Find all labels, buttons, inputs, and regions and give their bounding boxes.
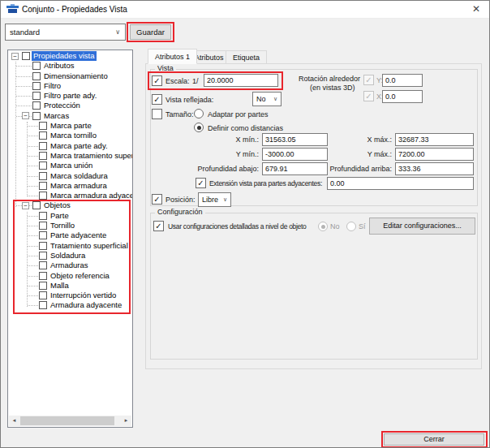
tree-item-label: Tratamiento superficial — [49, 241, 130, 251]
tree-item[interactable]: Tornillo — [8, 221, 132, 230]
tree-item[interactable]: − Propiedades vista — [8, 51, 132, 61]
tree-checkbox[interactable] — [32, 82, 41, 90]
tab-etiqueta[interactable]: Etiqueta — [226, 50, 267, 64]
tree-checkbox[interactable] — [39, 162, 47, 170]
tree-item[interactable]: Interrupción vertido — [8, 291, 132, 300]
tree-item[interactable]: Parte adyacente — [8, 230, 132, 240]
tree-item[interactable]: Marca parte ady. — [8, 141, 132, 151]
tree-item[interactable]: − Marcas — [8, 111, 132, 121]
tree-checkbox[interactable] — [32, 92, 41, 100]
tree-item[interactable]: Marca tratamiento superfic — [8, 151, 132, 161]
tree-item[interactable]: Marca armadura adyacente — [8, 191, 132, 200]
tree-item[interactable]: Malla — [8, 281, 132, 291]
tree-item[interactable]: Marca soldadura — [8, 171, 132, 181]
vista-reflejada-dropdown[interactable]: No ∨ — [252, 92, 282, 106]
editar-configuraciones-button[interactable]: Editar configuraciones... — [369, 218, 475, 235]
config-si-radio — [346, 222, 356, 231]
vista-reflejada-checkbox[interactable]: ✓ — [152, 94, 162, 105]
tree-expander-icon[interactable]: − — [22, 202, 29, 209]
tree-checkbox[interactable] — [32, 62, 41, 70]
tree-checkbox[interactable] — [39, 131, 47, 140]
preset-combobox[interactable]: standard ∨ — [5, 24, 126, 41]
tab-atributos-1[interactable]: Atributos 1 — [148, 49, 197, 64]
tree-item-label: Marca armadura adyacente — [49, 191, 133, 200]
close-icon[interactable]: ✕ — [463, 1, 489, 19]
tree-connector — [16, 86, 32, 87]
tree-item[interactable]: Protección — [8, 101, 132, 110]
tree-item[interactable]: − Objetos — [8, 200, 132, 210]
tree-item[interactable]: Armadura adyacente — [8, 300, 132, 310]
extension-input[interactable]: 0.00 — [327, 177, 474, 190]
definir-radio[interactable] — [194, 123, 204, 132]
tree-expander-icon[interactable]: − — [11, 53, 19, 60]
tree-checkbox[interactable] — [39, 172, 47, 180]
usar-config-checkbox[interactable]: ✓ — [153, 221, 164, 231]
tree-item[interactable]: Filtro parte ady. — [8, 91, 132, 101]
tree-item[interactable]: Marca parte — [8, 121, 132, 131]
x-max-label: X máx.: — [293, 136, 392, 144]
tree-item[interactable]: Soldadura — [8, 251, 132, 261]
tree-checkbox[interactable] — [39, 182, 47, 190]
scroll-left-icon[interactable]: ◄ — [9, 416, 19, 426]
tree-checkbox[interactable] — [39, 291, 47, 299]
config-no-radio — [318, 222, 328, 231]
prof-arriba-input[interactable]: 333.36 — [395, 162, 474, 175]
tree-connector — [28, 256, 38, 256]
tree-checkbox[interactable] — [39, 261, 47, 269]
escala-input[interactable]: 20.0000 — [204, 74, 278, 87]
tree-item-label: Protección — [42, 101, 82, 110]
tree-item[interactable]: Tratamiento superficial — [8, 241, 132, 251]
tree-checkbox[interactable] — [39, 152, 47, 160]
tree-item[interactable]: Armaduras — [8, 261, 132, 270]
tree-expander-icon[interactable]: − — [22, 112, 29, 119]
definir-label: Definir como distancias — [208, 124, 283, 132]
y-max-input[interactable]: 7200.00 — [395, 148, 474, 161]
tree-checkbox[interactable] — [39, 122, 47, 130]
close-dialog-button[interactable]: Cerrar — [384, 433, 484, 446]
tree-item[interactable]: Marca unión — [8, 161, 132, 170]
tree-item[interactable]: Marca armadura — [8, 181, 132, 191]
horizontal-scrollbar[interactable]: ◄ ► — [9, 416, 131, 426]
vista-reflejada-value: No — [256, 93, 266, 106]
adaptar-radio[interactable] — [194, 109, 204, 118]
tree-item[interactable]: Objeto referencia — [8, 271, 132, 281]
scroll-right-icon[interactable]: ► — [121, 416, 131, 426]
x-max-input[interactable]: 32687.33 — [395, 133, 474, 146]
tree-checkbox[interactable] — [39, 222, 47, 230]
chevron-down-icon: ∨ — [115, 24, 120, 40]
tree-connector — [28, 226, 38, 226]
tree-checkbox[interactable] — [39, 231, 47, 239]
tree-checkbox[interactable] — [39, 282, 47, 290]
scrollbar-thumb[interactable] — [20, 416, 114, 425]
rotacion-x-input[interactable]: 0.0 — [382, 90, 423, 103]
tree-checkbox[interactable] — [22, 52, 30, 60]
tree-item[interactable]: Marca tornillo — [8, 131, 132, 140]
tree-checkbox[interactable] — [39, 301, 47, 309]
tree-checkbox[interactable] — [32, 72, 41, 80]
tree-checkbox[interactable] — [39, 242, 47, 250]
tree-item[interactable]: Filtro — [8, 81, 132, 91]
tree-item-label: Filtro parte ady. — [42, 91, 98, 101]
save-button[interactable]: Guardar — [130, 24, 171, 40]
rotacion-x-checkbox: ✓ — [363, 91, 374, 101]
tree-checkbox[interactable] — [39, 212, 47, 220]
config-si-label: Sí — [359, 222, 366, 230]
tree-item[interactable]: Parte — [8, 211, 132, 221]
escala-checkbox[interactable]: ✓ — [152, 75, 162, 86]
rotacion-y-input[interactable]: 0.0 — [382, 74, 423, 87]
tree-checkbox[interactable] — [39, 272, 47, 280]
prof-abajo-label: Profundidad abajo: — [155, 165, 259, 173]
tree-checkbox[interactable] — [39, 192, 47, 200]
posicion-checkbox[interactable]: ✓ — [152, 194, 162, 205]
tree-item[interactable]: Dimensionamiento — [8, 71, 132, 81]
tree-checkbox[interactable] — [32, 101, 41, 110]
posicion-dropdown[interactable]: Libre ∨ — [198, 192, 231, 207]
tree-checkbox[interactable] — [32, 112, 41, 120]
tree-checkbox[interactable] — [39, 252, 47, 260]
tree-item[interactable]: Atributos — [8, 61, 132, 71]
extension-checkbox[interactable]: ✓ — [196, 178, 206, 188]
tamano-checkbox[interactable] — [152, 109, 162, 119]
tree-checkbox[interactable] — [39, 142, 47, 150]
rotacion-y-checkbox: ✓ — [363, 75, 374, 85]
tree-checkbox[interactable] — [32, 201, 41, 209]
